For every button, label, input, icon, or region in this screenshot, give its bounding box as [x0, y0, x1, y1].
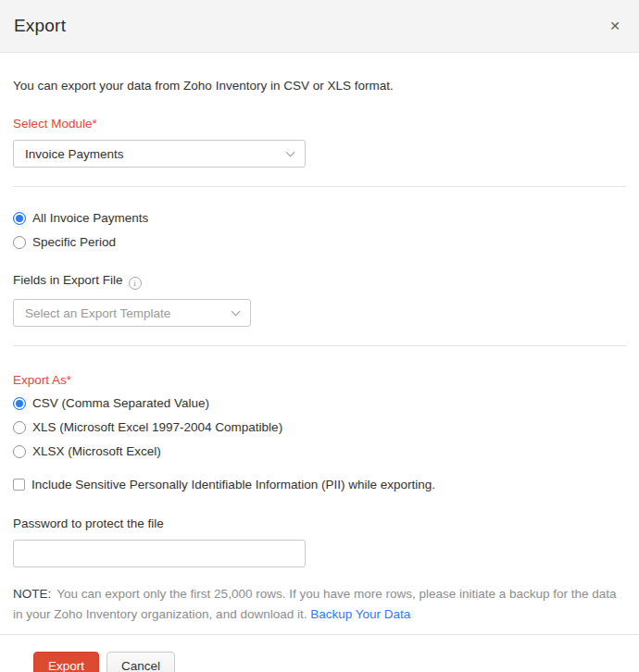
module-select-value: Invoice Payments — [25, 147, 124, 161]
radio-csv[interactable]: CSV (Comma Separated Value) — [13, 396, 626, 410]
radio-icon — [13, 397, 26, 410]
export-template-select[interactable]: Select an Export Template — [13, 299, 251, 327]
info-icon[interactable]: i — [129, 277, 142, 290]
backup-your-data-link[interactable]: Backup Your Data — [310, 607, 410, 621]
export-as-label: Export As* — [13, 373, 626, 387]
required-mark: * — [67, 373, 71, 387]
module-select[interactable]: Invoice Payments — [13, 140, 306, 168]
dialog-header: Export ✕ — [0, 0, 639, 53]
radio-specific-period[interactable]: Specific Period — [13, 235, 626, 249]
intro-text: You can export your data from Zoho Inven… — [13, 79, 626, 93]
radio-label: XLS (Microsoft Excel 1997-2004 Compatibl… — [32, 420, 282, 434]
radio-label: CSV (Comma Separated Value) — [32, 396, 209, 410]
password-label: Password to protect the file — [13, 516, 626, 530]
radio-label: All Invoice Payments — [32, 211, 148, 225]
export-template-placeholder: Select an Export Template — [25, 306, 170, 320]
divider — [13, 345, 626, 346]
export-dialog: Export ✕ You can export your data from Z… — [0, 0, 639, 672]
radio-label: XLSX (Microsoft Excel) — [32, 444, 161, 458]
radio-label: Specific Period — [32, 235, 116, 249]
radio-all-invoice-payments[interactable]: All Invoice Payments — [13, 211, 626, 225]
export-button[interactable]: Export — [33, 652, 99, 672]
dialog-footer: Export Cancel — [0, 634, 639, 672]
radio-xlsx[interactable]: XLSX (Microsoft Excel) — [13, 444, 626, 458]
radio-xls[interactable]: XLS (Microsoft Excel 1997-2004 Compatibl… — [13, 420, 626, 434]
fields-in-export-file-label: Fields in Export Filei — [13, 273, 626, 290]
select-module-label: Select Module* — [13, 117, 626, 131]
chevron-down-icon — [232, 306, 241, 316]
checkbox-icon — [13, 479, 25, 491]
divider — [13, 186, 626, 187]
dialog-body: You can export your data from Zoho Inven… — [0, 53, 639, 625]
cancel-button[interactable]: Cancel — [106, 652, 175, 672]
chevron-down-icon — [286, 147, 295, 156]
required-mark: * — [93, 117, 97, 131]
dialog-title: Export — [14, 16, 66, 36]
note-text: NOTE:You can export only the first 25,00… — [13, 584, 626, 625]
radio-icon — [13, 212, 26, 225]
note-prefix: NOTE: — [13, 587, 51, 601]
radio-icon — [13, 421, 26, 434]
close-icon[interactable]: ✕ — [606, 16, 624, 36]
radio-icon — [13, 445, 26, 458]
pii-checkbox-row[interactable]: Include Sensitive Personally Identifiabl… — [13, 478, 626, 492]
radio-icon — [13, 236, 26, 249]
password-input[interactable] — [13, 540, 306, 567]
pii-checkbox-label: Include Sensitive Personally Identifiabl… — [31, 478, 435, 492]
